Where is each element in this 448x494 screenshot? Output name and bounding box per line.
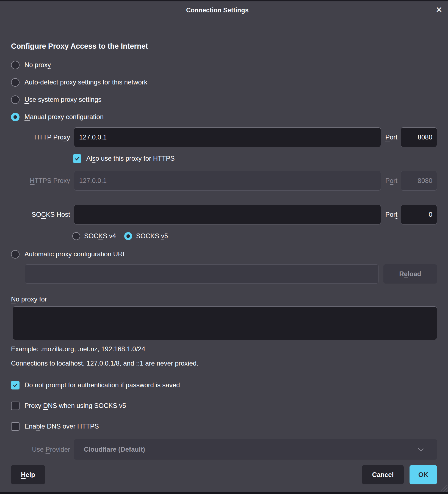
check-icon [12,382,18,388]
socks-host-row: SOCKS Host Port [11,205,437,224]
radio-auto-detect[interactable] [11,78,20,87]
provider-dropdown-value: Cloudflare (Default) [84,446,145,453]
https-proxy-input[interactable] [74,171,381,191]
titlebar: Connection Settings ✕ [0,1,448,19]
close-icon[interactable]: ✕ [436,6,443,14]
cancel-button[interactable]: Cancel [362,465,404,484]
proxy-dns-row: Proxy DNS when using SOCKS v5 [11,401,437,410]
check-icon [74,155,80,161]
radio-no-proxy-label[interactable]: No proxy [24,60,51,70]
provider-label: Use Provider [11,446,70,453]
http-port-input[interactable] [401,127,437,147]
socks-v4-group: SOCKS v4 [72,231,116,241]
no-proxy-note-text: Connections to localhost, 127.0.0.1/8, a… [11,359,437,367]
radio-socks-v5-label[interactable]: SOCKS v5 [136,231,168,241]
dialog-title: Connection Settings [186,7,248,14]
https-proxy-row: HTTPS Proxy Port [11,171,437,191]
window-bottom-border [0,492,448,494]
socks-port-input[interactable] [401,205,437,224]
provider-row: Use Provider Cloudflare (Default) [11,439,437,460]
https-proxy-label: HTTPS Proxy [11,177,70,185]
socks-port-label: Port [385,211,397,218]
radio-row-auto-detect: Auto-detect proxy settings for this netw… [11,78,437,87]
no-proxy-example-text: Example: .mozilla.org, .net.nz, 192.168.… [11,345,437,353]
checkbox-no-prompt-auth-label[interactable]: Do not prompt for authentication if pass… [24,381,180,389]
socks-host-label: SOCKS Host [11,211,70,218]
resize-grip-icon[interactable] [440,484,447,492]
checkbox-enable-doh[interactable] [11,422,20,431]
http-proxy-row: HTTP Proxy Port [11,127,437,147]
radio-no-proxy[interactable] [11,61,20,69]
radio-socks-v4[interactable] [72,232,80,240]
http-proxy-label: HTTP Proxy [11,133,70,141]
http-proxy-input[interactable] [74,127,381,147]
help-button[interactable]: Help [11,465,45,484]
chevron-down-icon [418,446,424,451]
no-proxy-for-label: No proxy for [11,295,437,303]
radio-dot-icon [126,234,130,238]
checkbox-proxy-dns[interactable] [11,402,20,410]
auto-url-input[interactable] [25,264,379,284]
also-https-row: Also use this proxy for HTTPS [73,154,437,163]
socks-version-row: SOCKS v4 SOCKS v5 [72,231,437,241]
checkbox-no-prompt-auth[interactable] [11,381,20,389]
https-port-label: Port [385,177,397,185]
ok-button[interactable]: OK [410,465,437,484]
footer: Help Cancel OK [11,465,437,484]
socks-host-input[interactable] [74,205,381,224]
radio-manual-proxy[interactable] [11,113,20,121]
enable-doh-row: Enable DNS over HTTPS [11,422,437,431]
http-port-label: Port [385,133,397,141]
radio-row-system-proxy: Use system proxy settings [11,95,437,104]
radio-manual-proxy-label[interactable]: Manual proxy configuration [24,112,104,122]
radio-dot-icon [13,115,17,119]
radio-auto-detect-label[interactable]: Auto-detect proxy settings for this netw… [24,78,147,87]
no-prompt-auth-row: Do not prompt for authentication if pass… [11,380,437,390]
radio-auto-url[interactable] [11,250,20,259]
page-title: Configure Proxy Access to the Internet [11,42,437,51]
checkbox-also-https[interactable] [73,154,81,163]
checkbox-proxy-dns-label[interactable]: Proxy DNS when using SOCKS v5 [24,402,126,410]
radio-socks-v5[interactable] [124,232,132,240]
checkbox-enable-doh-label[interactable]: Enable DNS over HTTPS [24,422,99,430]
radio-socks-v4-label[interactable]: SOCKS v4 [84,231,116,241]
https-port-input[interactable] [401,171,437,191]
provider-dropdown[interactable]: Cloudflare (Default) [74,439,437,460]
radio-auto-url-label[interactable]: Automatic proxy configuration URL [24,249,126,259]
radio-system-proxy[interactable] [11,95,20,104]
reload-button[interactable]: Reload [383,264,437,284]
radio-row-auto-url: Automatic proxy configuration URL [11,249,437,259]
checkbox-also-https-label[interactable]: Also use this proxy for HTTPS [86,155,175,162]
radio-row-no-proxy: No proxy [11,60,437,70]
no-proxy-for-textarea[interactable] [13,306,437,340]
auto-url-row: Reload [11,264,437,284]
socks-v5-group: SOCKS v5 [124,231,168,241]
radio-row-manual-proxy: Manual proxy configuration [11,112,437,122]
radio-system-proxy-label[interactable]: Use system proxy settings [24,95,101,104]
dialog-content: Configure Proxy Access to the Internet N… [0,42,448,484]
